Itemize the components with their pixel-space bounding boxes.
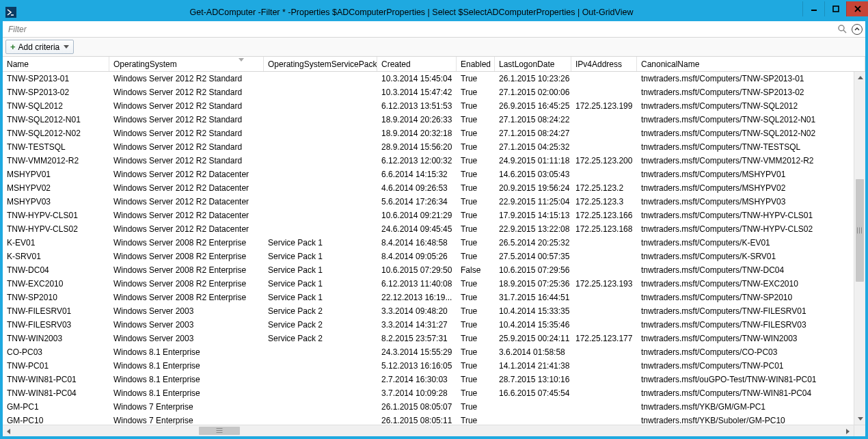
table-row[interactable]: GM-PC1Windows 7 Enterprise26.1.2015 08:0… — [3, 400, 854, 414]
cell-os: Windows Server 2012 R2 Datacenter — [109, 197, 264, 207]
column-header-created[interactable]: Created — [377, 57, 457, 71]
search-icon[interactable] — [837, 24, 847, 35]
cell-created: 18.9.2014 20:26:33 — [377, 115, 457, 124]
cell-ip: 172.25.123.3 — [571, 197, 637, 207]
cell-name: TNW-SQL2012-N02 — [3, 129, 109, 138]
cell-logon: 18.9.2015 07:25:36 — [495, 279, 571, 289]
collapse-filter-icon[interactable] — [852, 24, 863, 35]
table-row[interactable]: GM-PC10Windows 7 Enterprise26.1.2015 08:… — [3, 414, 854, 425]
filter-input[interactable] — [7, 23, 834, 36]
cell-os: Windows Server 2003 — [109, 320, 264, 330]
close-button[interactable] — [846, 1, 868, 16]
column-header-name[interactable]: Name — [3, 57, 109, 71]
horizontal-scrollbar[interactable] — [3, 425, 854, 436]
cell-enabled: True — [457, 293, 495, 302]
cell-canon: tnwtraders.msft/Computers/TNW-VMM2012-R2 — [637, 156, 854, 165]
scroll-up-button[interactable] — [854, 72, 865, 83]
cell-ip: 172.25.123.193 — [571, 279, 637, 289]
scroll-right-button[interactable] — [842, 425, 854, 436]
cell-name: TNW-SQL2012 — [3, 101, 109, 111]
grid-region: Name OperatingSystem OperatingSystemServ… — [3, 57, 865, 436]
cell-canon: tnwtraders.msft/Computers/TNW-SQL2012-N0… — [637, 129, 854, 138]
scroll-left-button[interactable] — [3, 425, 14, 436]
cell-name: K-EV01 — [3, 238, 109, 248]
cell-logon: 27.1.2015 08:24:27 — [495, 129, 571, 138]
scrollbar-corner — [854, 425, 865, 436]
cell-name: TNW-WIN81-PC01 — [3, 375, 109, 384]
column-header-logon[interactable]: LastLogonDate — [495, 57, 571, 71]
svg-rect-3 — [833, 6, 839, 12]
table-row[interactable]: TNW-DC04Windows Server 2008 R2 Enterpris… — [3, 263, 854, 277]
table-row[interactable]: MSHYPV03Windows Server 2012 R2 Datacente… — [3, 195, 854, 209]
cell-enabled: True — [457, 238, 495, 248]
cell-name: MSHYPV03 — [3, 197, 109, 207]
vscroll-thumb[interactable] — [856, 179, 864, 282]
cell-canon: tnwtraders.msft/Computers/K-SRV01 — [637, 252, 854, 261]
table-row[interactable]: TNW-TESTSQLWindows Server 2012 R2 Standa… — [3, 140, 854, 154]
cell-canon: tnwtraders.msft/Computers/TNW-EXC2010 — [637, 279, 854, 289]
sort-indicator-icon — [239, 58, 244, 62]
cell-name: GM-PC1 — [3, 402, 109, 412]
column-header-canon[interactable]: CanonicalName — [637, 57, 865, 71]
cell-sp: Service Pack 1 — [264, 279, 377, 289]
vertical-scrollbar[interactable] — [854, 72, 865, 425]
column-header-sp[interactable]: OperatingSystemServicePack — [264, 57, 377, 71]
table-row[interactable]: TNW-SP2013-02Windows Server 2012 R2 Stan… — [3, 85, 854, 99]
chevron-down-icon — [64, 45, 69, 49]
table-row[interactable]: MSHYPV01Windows Server 2012 R2 Datacente… — [3, 168, 854, 181]
add-criteria-label: Add criteria — [18, 42, 60, 52]
hscroll-track[interactable] — [14, 425, 842, 436]
table-row[interactable]: TNW-WIN2003Windows Server 2003Service Pa… — [3, 332, 854, 345]
table-row[interactable]: TNW-VMM2012-R2Windows Server 2012 R2 Sta… — [3, 154, 854, 168]
table-row[interactable]: CO-PC03Windows 8.1 Enterprise24.3.2014 1… — [3, 345, 854, 359]
table-row[interactable]: TNW-HYPV-CLS02Windows Server 2012 R2 Dat… — [3, 222, 854, 236]
cell-name: TNW-WIN2003 — [3, 334, 109, 343]
table-row[interactable]: TNW-HYPV-CLS01Windows Server 2012 R2 Dat… — [3, 209, 854, 222]
cell-enabled: True — [457, 197, 495, 207]
table-row[interactable]: TNW-SQL2012-N01Windows Server 2012 R2 St… — [3, 113, 854, 127]
cell-created: 5.6.2014 17:26:34 — [377, 197, 457, 207]
column-header-os[interactable]: OperatingSystem — [109, 57, 264, 71]
cell-canon: tnwtraders.msft/Computers/TNW-HYPV-CLS01 — [637, 211, 854, 220]
cell-created: 8.4.2014 16:48:58 — [377, 238, 457, 248]
cell-logon: 14.1.2014 21:41:38 — [495, 361, 571, 371]
cell-enabled: True — [457, 347, 495, 357]
cell-created: 24.3.2014 15:55:29 — [377, 347, 457, 357]
table-row[interactable]: TNW-WIN81-PC04Windows 8.1 Enterprise3.7.… — [3, 386, 854, 400]
table-row[interactable]: TNW-SQL2012Windows Server 2012 R2 Standa… — [3, 99, 854, 113]
cell-name: TNW-SQL2012-N01 — [3, 115, 109, 124]
hscroll-thumb[interactable] — [199, 427, 240, 435]
table-row[interactable]: TNW-PC01Windows 8.1 Enterprise5.12.2013 … — [3, 359, 854, 373]
table-row[interactable]: TNW-EXC2010Windows Server 2008 R2 Enterp… — [3, 277, 854, 291]
cell-enabled: False — [457, 265, 495, 275]
cell-os: Windows Server 2003 — [109, 306, 264, 316]
cell-created: 26.1.2015 08:05:07 — [377, 402, 457, 412]
table-row[interactable]: TNW-SP2010Windows Server 2008 R2 Enterpr… — [3, 291, 854, 304]
column-header-enabled[interactable]: Enabled — [457, 57, 495, 71]
cell-name: TNW-FILESRV03 — [3, 320, 109, 330]
table-row[interactable]: MSHYPV02Windows Server 2012 R2 Datacente… — [3, 181, 854, 195]
cell-enabled: True — [457, 361, 495, 371]
cell-ip: 172.25.123.168 — [571, 224, 637, 234]
cell-name: MSHYPV01 — [3, 170, 109, 179]
scroll-down-button[interactable] — [854, 413, 865, 425]
window-controls — [802, 1, 868, 20]
add-criteria-button[interactable]: + Add criteria — [5, 40, 74, 54]
cell-created: 26.1.2015 08:05:11 — [377, 416, 457, 425]
cell-created: 2.7.2014 16:30:03 — [377, 375, 457, 384]
minimize-button[interactable] — [802, 1, 824, 16]
gridview-window: Get-ADComputer -Filter * -Properties $AD… — [0, 0, 868, 439]
table-row[interactable]: TNW-FILESRV01Windows Server 2003Service … — [3, 304, 854, 318]
cell-os: Windows Server 2012 R2 Standard — [109, 142, 264, 152]
table-row[interactable]: TNW-WIN81-PC01Windows 8.1 Enterprise2.7.… — [3, 373, 854, 386]
cell-created: 8.2.2015 23:57:31 — [377, 334, 457, 343]
table-row[interactable]: K-SRV01Windows Server 2008 R2 Enterprise… — [3, 250, 854, 263]
vscroll-track[interactable] — [854, 83, 865, 413]
column-header-ip[interactable]: IPv4Address — [571, 57, 637, 71]
maximize-button[interactable] — [824, 1, 846, 16]
svg-point-6 — [839, 25, 844, 31]
table-row[interactable]: TNW-FILESRV03Windows Server 2003Service … — [3, 318, 854, 332]
table-row[interactable]: TNW-SP2013-01Windows Server 2012 R2 Stan… — [3, 72, 854, 85]
table-row[interactable]: TNW-SQL2012-N02Windows Server 2012 R2 St… — [3, 127, 854, 140]
table-row[interactable]: K-EV01Windows Server 2008 R2 EnterpriseS… — [3, 236, 854, 250]
